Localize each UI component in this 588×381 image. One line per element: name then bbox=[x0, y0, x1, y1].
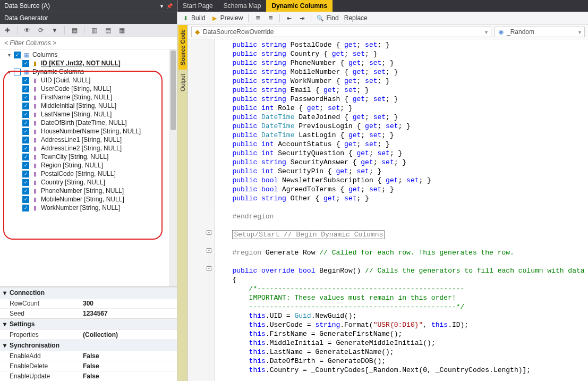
tree-item[interactable]: ✓▮HouseNumberName [String, NULL] bbox=[0, 127, 177, 136]
outdent-icon[interactable]: ⇤ bbox=[285, 14, 293, 22]
columns-tree: ▾ ✓ ▦ Columns ✓ ▮ ID [KEY ,Int32, NOT NU… bbox=[0, 49, 177, 286]
add-icon[interactable]: ✚ bbox=[3, 26, 12, 35]
replace-button[interactable]: Replace bbox=[344, 14, 368, 22]
prop-section-connection[interactable]: ▾Connection bbox=[0, 287, 177, 298]
prop-row-properties[interactable]: Properties(Collection) bbox=[0, 329, 177, 340]
fold-plus-icon[interactable]: + bbox=[207, 230, 211, 235]
tree-item[interactable]: ✓▮AddressLine2 [String, NULL] bbox=[0, 144, 177, 153]
member-dropdowns: ◆DataSourceRowOverride ◉_Random bbox=[188, 25, 588, 39]
checkbox-icon[interactable]: ✓ bbox=[14, 69, 21, 75]
tree-label: AddressLine1 [String, NULL] bbox=[41, 136, 122, 143]
filter-columns-input[interactable]: < Filter Columns > bbox=[0, 37, 177, 49]
indent-icon[interactable]: ⇥ bbox=[298, 14, 305, 22]
checkbox-icon[interactable]: ✓ bbox=[22, 94, 29, 101]
vertical-tabs: Source Code Output bbox=[177, 25, 188, 381]
tab-dynamic-columns[interactable]: Dynamic Columns bbox=[266, 0, 333, 12]
checkbox-icon[interactable]: ✓ bbox=[22, 179, 29, 186]
tree-item[interactable]: ✓▮PostalCode [String, NULL] bbox=[0, 170, 177, 178]
tree-item[interactable]: ✓▮Country [String, NULL] bbox=[0, 178, 177, 187]
checkbox-icon[interactable]: ✓ bbox=[22, 120, 29, 126]
key-column-icon: ▮ bbox=[31, 60, 39, 67]
refresh-icon[interactable]: ⟳ bbox=[37, 26, 45, 35]
tree-item[interactable]: ✓▮UID [Guid, NULL] bbox=[0, 76, 177, 84]
checkbox-icon[interactable]: ✓ bbox=[22, 162, 29, 169]
tree-label: HouseNumberName [String, NULL] bbox=[41, 128, 141, 135]
checkbox-icon[interactable]: ✓ bbox=[22, 154, 29, 160]
tree-label: LastName [String, NULL] bbox=[41, 111, 112, 118]
vtab-output[interactable]: Output bbox=[178, 70, 187, 96]
checkbox-icon[interactable]: ✓ bbox=[22, 103, 29, 109]
column-icon: ▮ bbox=[31, 162, 39, 169]
indent-left-icon[interactable]: ≣ bbox=[254, 14, 261, 22]
build-button[interactable]: ⬇Build bbox=[182, 14, 206, 22]
tree-item[interactable]: ✓▮LastName [String, NULL] bbox=[0, 110, 177, 118]
tree-item[interactable]: ✓▮PhoneNumber [String, NULL] bbox=[0, 187, 177, 195]
tab-start-page[interactable]: Start Page bbox=[177, 0, 218, 12]
checkbox-icon[interactable]: ✓ bbox=[22, 205, 29, 211]
tab-schema-map[interactable]: Schema Map bbox=[218, 0, 267, 12]
tree-root-dynamic[interactable]: ▾ ✓ ▦ Dynamic Columns bbox=[0, 67, 177, 76]
panel-title-text: Data Source (A) bbox=[4, 2, 50, 10]
column-icon: ▮ bbox=[31, 119, 39, 126]
prop-section-settings[interactable]: ▾Settings bbox=[0, 318, 177, 329]
tree-label: Region [String, NULL] bbox=[41, 162, 103, 169]
tree-item[interactable]: ✓▮DateOfBirth [DateTime, NULL] bbox=[0, 118, 177, 127]
dropdown-icon[interactable]: ▾ bbox=[160, 3, 163, 9]
tree-item[interactable]: ✓▮WorkNumber [String, NULL] bbox=[0, 204, 177, 212]
code-editor[interactable]: public string PostalCode { get; set; } p… bbox=[215, 39, 588, 381]
tree-item[interactable]: ✓▮MobileNumber [String, NULL] bbox=[0, 195, 177, 204]
filter-icon[interactable]: ▼ bbox=[50, 26, 59, 35]
chevron-down-icon: ▾ bbox=[3, 342, 6, 349]
fold-minus-icon[interactable]: − bbox=[207, 266, 211, 271]
checkbox-icon[interactable]: ✓ bbox=[22, 171, 29, 177]
prop-row-enableupdate[interactable]: EnableUpdateFalse bbox=[0, 371, 177, 381]
member-dropdown[interactable]: ◉_Random bbox=[495, 27, 585, 37]
column-icon: ▮ bbox=[31, 170, 39, 177]
tree-item[interactable]: ✓▮MiddleInitial [String, NULL] bbox=[0, 101, 177, 110]
checkbox-icon[interactable]: ✓ bbox=[22, 60, 29, 67]
play-icon: ▶ bbox=[211, 14, 218, 22]
class-dropdown[interactable]: ◆DataSourceRowOverride bbox=[191, 27, 491, 37]
prop-row-rowcount[interactable]: RowCount300 bbox=[0, 298, 177, 308]
panel-subtitle: Data Generator bbox=[0, 12, 177, 24]
tree-root-columns[interactable]: ▾ ✓ ▦ Columns bbox=[0, 50, 177, 59]
checkbox-icon[interactable]: ✓ bbox=[22, 77, 29, 84]
checkbox-icon[interactable]: ✓ bbox=[22, 128, 29, 135]
tree-label: DateOfBirth [DateTime, NULL] bbox=[41, 119, 127, 126]
pin-icon[interactable]: 📌 bbox=[166, 3, 173, 9]
grid2-icon[interactable]: ▤ bbox=[104, 26, 112, 35]
grid3-icon[interactable]: ▦ bbox=[117, 26, 126, 35]
checkbox-icon[interactable]: ✓ bbox=[22, 111, 29, 118]
prop-row-enableadd[interactable]: EnableAddFalse bbox=[0, 351, 177, 361]
prop-row-seed[interactable]: Seed1234567 bbox=[0, 308, 177, 318]
checkbox-icon[interactable]: ✓ bbox=[14, 52, 21, 58]
checkbox-icon[interactable]: ✓ bbox=[22, 196, 29, 203]
checkbox-icon[interactable]: ✓ bbox=[22, 137, 29, 143]
tree-item[interactable]: ✓▮FirstName [String, NULL] bbox=[0, 93, 177, 101]
tree-item[interactable]: ✓▮TownCity [String, NULL] bbox=[0, 153, 177, 161]
find-button[interactable]: 🔍Find bbox=[317, 14, 338, 22]
scrollbar[interactable] bbox=[169, 49, 177, 286]
fold-minus-icon[interactable]: − bbox=[207, 248, 211, 253]
checkbox-icon[interactable]: ✓ bbox=[22, 188, 29, 194]
view-icon[interactable]: 👁 bbox=[23, 26, 31, 35]
column-icon: ▮ bbox=[31, 128, 39, 135]
table-add-icon[interactable]: ▦ bbox=[70, 26, 79, 35]
grid1-icon[interactable]: ▥ bbox=[90, 26, 98, 35]
tree-item-id[interactable]: ✓ ▮ ID [KEY ,Int32, NOT NULL] bbox=[0, 59, 177, 67]
tree-item[interactable]: ✓▮UserCode [String, NULL] bbox=[0, 84, 177, 93]
tree-item[interactable]: ✓▮Region [String, NULL] bbox=[0, 161, 177, 170]
left-panel: Data Source (A) ▾ 📌 Data Generator ✚ 👁 ⟳… bbox=[0, 0, 177, 381]
caret-icon[interactable]: ▾ bbox=[6, 52, 12, 58]
column-icon: ▮ bbox=[31, 136, 39, 143]
tree-item[interactable]: ✓▮AddressLine1 [String, NULL] bbox=[0, 136, 177, 144]
vtab-source-code[interactable]: Source Code bbox=[178, 25, 187, 70]
prop-row-enabledelete[interactable]: EnableDeleteFalse bbox=[0, 361, 177, 371]
checkbox-icon[interactable]: ✓ bbox=[22, 145, 29, 152]
caret-icon[interactable]: ▾ bbox=[6, 69, 12, 75]
column-icon: ▮ bbox=[31, 102, 39, 109]
indent-right-icon[interactable]: ≣ bbox=[267, 14, 274, 22]
preview-button[interactable]: ▶Preview bbox=[211, 14, 243, 22]
prop-section-sync[interactable]: ▾Synchronisation bbox=[0, 340, 177, 351]
checkbox-icon[interactable]: ✓ bbox=[22, 86, 29, 92]
